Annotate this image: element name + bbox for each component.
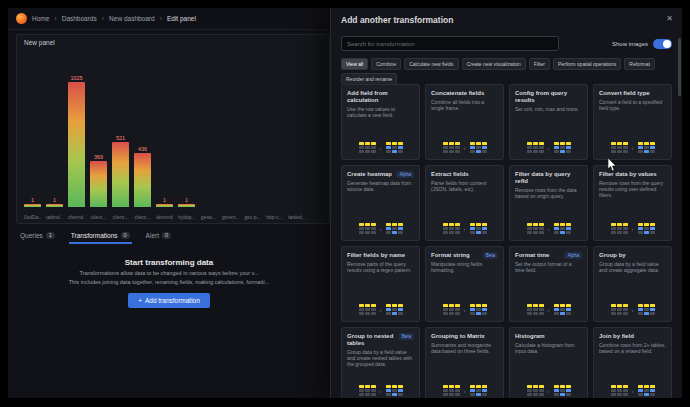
show-images-label: Show images xyxy=(612,41,648,47)
table-cell-icon xyxy=(449,304,454,307)
table-cell-icon xyxy=(527,146,532,149)
transformation-card[interactable]: Filter data by valuesRemove rows from th… xyxy=(593,165,672,241)
grafana-logo-icon[interactable] xyxy=(16,13,27,24)
bar-value-label: 369 xyxy=(94,154,103,160)
table-cell-icon xyxy=(527,308,532,311)
filter-pill[interactable]: Combine xyxy=(371,58,401,70)
filter-pill[interactable]: Create new visualization xyxy=(462,58,526,70)
table-cell-icon xyxy=(386,146,391,149)
transformation-card[interactable]: Grouping to MatrixSummarize and reorgani… xyxy=(425,327,504,398)
breadcrumb-item[interactable]: Home xyxy=(32,15,49,22)
transformation-card[interactable]: Extract fieldsParse fields from content … xyxy=(425,165,504,241)
tab-queries[interactable]: Queries1 xyxy=(18,230,57,244)
table-cell-icon xyxy=(527,393,532,396)
transformation-card[interactable]: Join by fieldCombine rows from 2+ tables… xyxy=(593,327,672,398)
table-cell-icon xyxy=(527,312,532,315)
table-cell-icon xyxy=(554,150,559,153)
table-cell-icon xyxy=(476,389,481,392)
table-cell-icon xyxy=(455,227,460,230)
card-title: Format string xyxy=(431,252,481,259)
drawer-scrollbar[interactable] xyxy=(678,38,681,96)
transformation-illustration-icon: › xyxy=(347,383,414,397)
table-cell-icon xyxy=(644,142,649,145)
table-cell-icon xyxy=(560,150,565,153)
table-cell-icon xyxy=(470,308,475,311)
transformation-card[interactable]: Filter fields by nameRemove parts of the… xyxy=(341,246,420,322)
chart-bars: 11102536952143611 xyxy=(24,75,322,207)
card-head: Group by xyxy=(599,252,666,259)
table-cell-icon xyxy=(482,312,487,315)
search-input[interactable] xyxy=(341,36,559,51)
table-cell-icon xyxy=(359,304,364,307)
table-cell-icon xyxy=(617,142,622,145)
table-cell-icon xyxy=(371,385,376,388)
chart-panel[interactable]: New panel 11102536952143611 0sdDa...tabi… xyxy=(16,34,330,224)
filter-pill[interactable]: Perform spatial operations xyxy=(553,58,621,70)
table-cell-icon xyxy=(476,231,481,234)
table-cell-icon xyxy=(359,150,364,153)
tab-alert[interactable]: Alert0 xyxy=(144,230,173,244)
x-axis-label: chernd... xyxy=(68,214,85,220)
table-cell-icon xyxy=(560,146,565,149)
table-cell-icon xyxy=(644,227,649,230)
mini-table-output xyxy=(386,223,403,234)
table-cell-icon xyxy=(617,385,622,388)
table-cell-icon xyxy=(566,150,571,153)
table-cell-icon xyxy=(470,231,475,234)
show-images-toggle[interactable] xyxy=(653,39,672,49)
close-icon[interactable]: ✕ xyxy=(666,14,673,23)
filter-pill[interactable]: Calculate new fields xyxy=(404,58,458,70)
table-cell-icon xyxy=(398,308,403,311)
chart-x-axis: 0sdDa...tabind...chernd...client...clien… xyxy=(24,214,322,220)
table-cell-icon xyxy=(638,389,643,392)
card-description: Parse fields from content (JSON, labels,… xyxy=(431,180,498,193)
transformation-card[interactable]: Format timeAlphaSet the output format of… xyxy=(509,246,588,322)
transformation-card[interactable]: Filter data by query refIdRemove rows fr… xyxy=(509,165,588,241)
table-cell-icon xyxy=(638,312,643,315)
breadcrumb-separator-icon: › xyxy=(102,15,104,22)
table-cell-icon xyxy=(455,308,460,311)
table-cell-icon xyxy=(455,231,460,234)
card-description: Manipulate string fields formatting. xyxy=(431,261,498,274)
arrow-icon: › xyxy=(632,145,634,151)
breadcrumb-item[interactable]: New dashboard xyxy=(109,15,155,22)
arrow-icon: › xyxy=(380,226,382,232)
breadcrumb-item[interactable]: Dashboards xyxy=(62,15,97,22)
table-cell-icon xyxy=(398,142,403,145)
card-head: Join by field xyxy=(599,333,666,340)
table-cell-icon xyxy=(449,312,454,315)
table-cell-icon xyxy=(566,304,571,307)
filter-pill[interactable]: Reformat xyxy=(624,58,655,70)
table-cell-icon xyxy=(623,142,628,145)
transformation-card[interactable]: Add field from calculationUse the row va… xyxy=(341,84,420,160)
table-cell-icon xyxy=(560,385,565,388)
mini-table-output xyxy=(470,304,487,315)
transformation-card[interactable]: HistogramCalculate a histogram from inpu… xyxy=(509,327,588,398)
transformation-card[interactable]: Config from query resultsSet unit, min, … xyxy=(509,84,588,160)
transformation-card[interactable]: Create heatmapAlphaGenerate heatmap data… xyxy=(341,165,420,241)
add-transformation-button[interactable]: + Add transformation xyxy=(128,293,210,308)
tab-transformations[interactable]: Transformations0 xyxy=(69,230,132,244)
transformation-card[interactable]: Group byGroup data by a field value and … xyxy=(593,246,672,322)
table-cell-icon xyxy=(455,150,460,153)
bar-rect xyxy=(134,153,151,207)
drawer-search-row: Show images xyxy=(341,36,672,51)
breadcrumb-item[interactable]: Edit panel xyxy=(167,15,196,22)
table-cell-icon xyxy=(392,142,397,145)
transformation-card[interactable]: Convert field typeConvert a field to a s… xyxy=(593,84,672,160)
filter-pill[interactable]: View all xyxy=(341,58,368,70)
table-cell-icon xyxy=(392,231,397,234)
table-cell-icon xyxy=(398,150,403,153)
bar-value-label: 436 xyxy=(138,146,147,152)
table-cell-icon xyxy=(482,142,487,145)
table-cell-icon xyxy=(359,393,364,396)
table-cell-icon xyxy=(623,312,628,315)
transformation-card[interactable]: Group to nested tablesBetaGroup data by … xyxy=(341,327,420,398)
transformation-card[interactable]: Concatenate fieldsCombine all fields int… xyxy=(425,84,504,160)
card-title: Filter fields by name xyxy=(347,252,414,259)
transformation-card[interactable]: Format stringBetaManipulate string field… xyxy=(425,246,504,322)
table-cell-icon xyxy=(623,308,628,311)
x-axis-label: 0sdDa... xyxy=(24,214,41,220)
mini-table-input xyxy=(359,385,376,396)
filter-pill[interactable]: Filter xyxy=(529,58,550,70)
